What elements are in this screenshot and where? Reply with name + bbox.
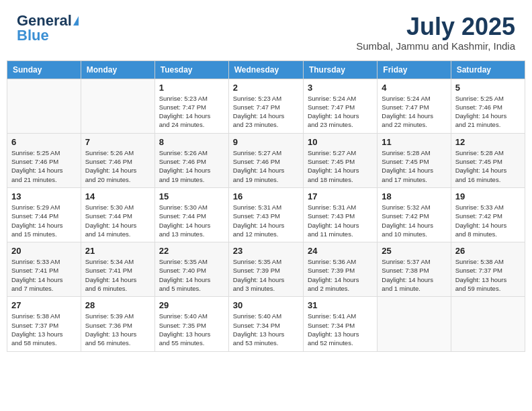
calendar-cell: 15Sunrise: 5:30 AM Sunset: 7:44 PM Dayli… — [154, 187, 228, 242]
day-info: Sunrise: 5:34 AM Sunset: 7:41 PM Dayligh… — [85, 257, 150, 293]
day-number: 13 — [11, 191, 77, 201]
logo-triangle-icon — [73, 16, 79, 26]
calendar-cell: 1Sunrise: 5:23 AM Sunset: 7:47 PM Daylig… — [154, 79, 228, 133]
calendar-cell — [451, 297, 525, 351]
day-info: Sunrise: 5:35 AM Sunset: 7:39 PM Dayligh… — [233, 257, 299, 293]
calendar-cell: 19Sunrise: 5:33 AM Sunset: 7:42 PM Dayli… — [451, 187, 525, 242]
day-info: Sunrise: 5:41 AM Sunset: 7:34 PM Dayligh… — [308, 312, 373, 347]
day-info: Sunrise: 5:27 AM Sunset: 7:45 PM Dayligh… — [308, 148, 373, 184]
day-number: 23 — [233, 246, 299, 256]
day-number: 9 — [233, 137, 299, 147]
day-info: Sunrise: 5:26 AM Sunset: 7:46 PM Dayligh… — [85, 148, 150, 184]
day-number: 12 — [455, 137, 521, 147]
day-number: 30 — [233, 300, 299, 310]
calendar-cell: 11Sunrise: 5:28 AM Sunset: 7:45 PM Dayli… — [378, 133, 451, 187]
calendar-cell: 14Sunrise: 5:30 AM Sunset: 7:44 PM Dayli… — [81, 187, 154, 242]
day-number: 24 — [308, 246, 373, 256]
calendar-cell: 25Sunrise: 5:37 AM Sunset: 7:38 PM Dayli… — [378, 242, 451, 297]
day-info: Sunrise: 5:24 AM Sunset: 7:47 PM Dayligh… — [308, 94, 373, 130]
day-info: Sunrise: 5:28 AM Sunset: 7:45 PM Dayligh… — [455, 148, 521, 184]
calendar-cell: 26Sunrise: 5:38 AM Sunset: 7:37 PM Dayli… — [451, 242, 525, 297]
day-info: Sunrise: 5:40 AM Sunset: 7:34 PM Dayligh… — [233, 312, 299, 347]
day-info: Sunrise: 5:25 AM Sunset: 7:46 PM Dayligh… — [455, 94, 521, 130]
day-info: Sunrise: 5:33 AM Sunset: 7:41 PM Dayligh… — [11, 257, 77, 293]
month-title: July 2025 — [356, 13, 515, 40]
day-info: Sunrise: 5:38 AM Sunset: 7:37 PM Dayligh… — [11, 312, 77, 347]
day-info: Sunrise: 5:23 AM Sunset: 7:47 PM Dayligh… — [233, 94, 299, 130]
calendar-cell: 10Sunrise: 5:27 AM Sunset: 7:45 PM Dayli… — [303, 133, 377, 187]
day-info: Sunrise: 5:24 AM Sunset: 7:47 PM Dayligh… — [382, 94, 446, 130]
calendar-cell: 21Sunrise: 5:34 AM Sunset: 7:41 PM Dayli… — [81, 242, 154, 297]
day-info: Sunrise: 5:33 AM Sunset: 7:42 PM Dayligh… — [455, 203, 521, 238]
calendar-week-1: 1Sunrise: 5:23 AM Sunset: 7:47 PM Daylig… — [7, 79, 525, 133]
day-info: Sunrise: 5:40 AM Sunset: 7:35 PM Dayligh… — [159, 312, 224, 347]
day-info: Sunrise: 5:38 AM Sunset: 7:37 PM Dayligh… — [455, 257, 521, 293]
weekday-header-tuesday: Tuesday — [154, 60, 228, 79]
calendar-cell: 22Sunrise: 5:35 AM Sunset: 7:40 PM Dayli… — [154, 242, 228, 297]
calendar-cell: 28Sunrise: 5:39 AM Sunset: 7:36 PM Dayli… — [81, 297, 154, 351]
title-block: July 2025 Sumbal, Jammu and Kashmir, Ind… — [356, 13, 515, 52]
day-number: 1 — [159, 83, 224, 93]
day-number: 28 — [85, 300, 150, 310]
day-info: Sunrise: 5:27 AM Sunset: 7:46 PM Dayligh… — [233, 148, 299, 184]
calendar-body: 1Sunrise: 5:23 AM Sunset: 7:47 PM Daylig… — [7, 79, 525, 351]
logo-text-blue: Blue — [17, 28, 49, 43]
day-number: 11 — [382, 137, 446, 147]
weekday-header-saturday: Saturday — [451, 60, 525, 79]
day-info: Sunrise: 5:39 AM Sunset: 7:36 PM Dayligh… — [85, 312, 150, 347]
day-number: 6 — [11, 137, 77, 147]
day-number: 26 — [455, 246, 521, 256]
page-header: General Blue July 2025 Sumbal, Jammu and… — [7, 7, 525, 55]
weekday-header-wednesday: Wednesday — [228, 60, 303, 79]
day-number: 14 — [85, 191, 150, 201]
day-info: Sunrise: 5:23 AM Sunset: 7:47 PM Dayligh… — [159, 94, 224, 130]
calendar-cell: 23Sunrise: 5:35 AM Sunset: 7:39 PM Dayli… — [228, 242, 303, 297]
day-number: 16 — [233, 191, 299, 201]
day-number: 25 — [382, 246, 446, 256]
calendar-cell: 29Sunrise: 5:40 AM Sunset: 7:35 PM Dayli… — [154, 297, 228, 351]
day-number: 20 — [11, 246, 77, 256]
calendar-cell: 18Sunrise: 5:32 AM Sunset: 7:42 PM Dayli… — [378, 187, 451, 242]
day-info: Sunrise: 5:31 AM Sunset: 7:43 PM Dayligh… — [308, 203, 373, 238]
calendar-cell: 6Sunrise: 5:25 AM Sunset: 7:46 PM Daylig… — [7, 133, 81, 187]
day-info: Sunrise: 5:28 AM Sunset: 7:45 PM Dayligh… — [382, 148, 446, 184]
day-number: 21 — [85, 246, 150, 256]
day-number: 10 — [308, 137, 373, 147]
calendar-cell: 2Sunrise: 5:23 AM Sunset: 7:47 PM Daylig… — [228, 79, 303, 133]
calendar-cell: 3Sunrise: 5:24 AM Sunset: 7:47 PM Daylig… — [303, 79, 377, 133]
calendar-header: SundayMondayTuesdayWednesdayThursdayFrid… — [7, 60, 525, 79]
day-number: 27 — [11, 300, 77, 310]
day-number: 4 — [382, 83, 446, 93]
day-number: 18 — [382, 191, 446, 201]
logo-text-general: General — [17, 13, 72, 28]
day-info: Sunrise: 5:36 AM Sunset: 7:39 PM Dayligh… — [308, 257, 373, 293]
calendar-cell — [7, 79, 81, 133]
weekday-header-sunday: Sunday — [7, 60, 81, 79]
calendar-cell: 24Sunrise: 5:36 AM Sunset: 7:39 PM Dayli… — [303, 242, 377, 297]
calendar-cell: 7Sunrise: 5:26 AM Sunset: 7:46 PM Daylig… — [81, 133, 154, 187]
calendar-cell: 13Sunrise: 5:29 AM Sunset: 7:44 PM Dayli… — [7, 187, 81, 242]
day-info: Sunrise: 5:26 AM Sunset: 7:46 PM Dayligh… — [159, 148, 224, 184]
day-number: 31 — [308, 300, 373, 310]
day-number: 22 — [159, 246, 224, 256]
calendar-week-5: 27Sunrise: 5:38 AM Sunset: 7:37 PM Dayli… — [7, 297, 525, 351]
calendar-cell: 30Sunrise: 5:40 AM Sunset: 7:34 PM Dayli… — [228, 297, 303, 351]
weekday-header-monday: Monday — [81, 60, 154, 79]
calendar-table: SundayMondayTuesdayWednesdayThursdayFrid… — [7, 60, 525, 352]
calendar-cell: 4Sunrise: 5:24 AM Sunset: 7:47 PM Daylig… — [378, 79, 451, 133]
day-info: Sunrise: 5:35 AM Sunset: 7:40 PM Dayligh… — [159, 257, 224, 293]
location-title: Sumbal, Jammu and Kashmir, India — [356, 40, 515, 52]
calendar-week-3: 13Sunrise: 5:29 AM Sunset: 7:44 PM Dayli… — [7, 187, 525, 242]
day-number: 3 — [308, 83, 373, 93]
day-number: 8 — [159, 137, 224, 147]
calendar-cell: 16Sunrise: 5:31 AM Sunset: 7:43 PM Dayli… — [228, 187, 303, 242]
calendar-week-2: 6Sunrise: 5:25 AM Sunset: 7:46 PM Daylig… — [7, 133, 525, 187]
day-info: Sunrise: 5:37 AM Sunset: 7:38 PM Dayligh… — [382, 257, 446, 293]
day-info: Sunrise: 5:25 AM Sunset: 7:46 PM Dayligh… — [11, 148, 77, 184]
day-number: 7 — [85, 137, 150, 147]
calendar-cell — [378, 297, 451, 351]
logo: General Blue — [17, 13, 79, 43]
day-number: 29 — [159, 300, 224, 310]
day-number: 5 — [455, 83, 521, 93]
day-info: Sunrise: 5:32 AM Sunset: 7:42 PM Dayligh… — [382, 203, 446, 238]
